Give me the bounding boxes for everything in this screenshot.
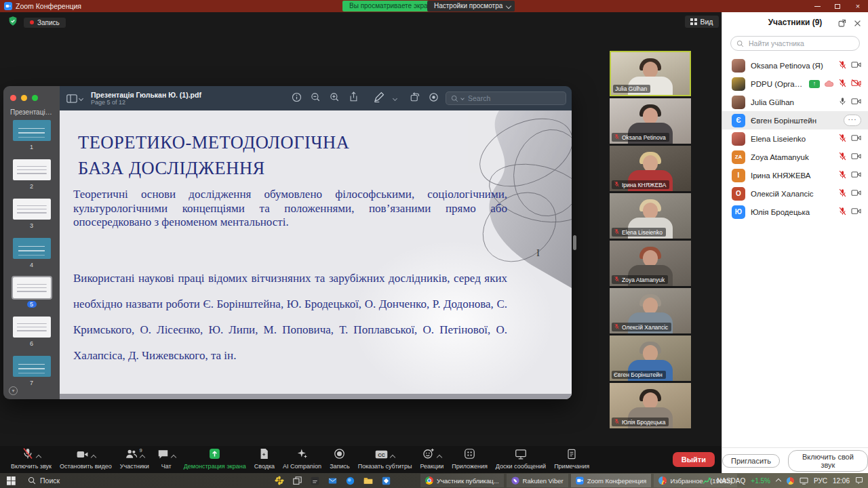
view-settings-button[interactable]: Настройки просмотра [427,1,515,12]
tray-expand-icon[interactable] [776,479,781,484]
dark-app-icon[interactable] [311,476,319,485]
popout-icon[interactable] [838,18,846,30]
muted-mic-icon[interactable] [838,60,847,72]
participant-row[interactable]: О Олексій Халапсіс [722,184,868,203]
browser-tray-icon[interactable] [787,477,794,485]
video-tile[interactable]: Elena Liseienko [610,193,691,239]
taskbar-search[interactable]: Поиск [28,476,109,485]
chevron-up-icon[interactable] [170,455,176,460]
minimize-window-icon[interactable] [21,95,27,101]
participant-row[interactable]: І Ірина КНЯЖЕВА [722,166,868,184]
blue-app-icon[interactable] [346,476,355,485]
camera-icon[interactable] [851,188,861,200]
chevron-up-icon[interactable] [91,455,96,460]
pdf-search-box[interactable] [446,92,566,105]
muted-mic-icon[interactable] [838,188,847,200]
notes-button[interactable]: Примечания [550,449,593,470]
participants-button[interactable]: 9 Участники [116,449,153,470]
zoom-window-icon[interactable] [32,95,38,101]
minimize-button[interactable] [807,0,827,12]
chevron-up-icon[interactable] [139,455,144,460]
summary-button[interactable]: Сводка [250,449,279,470]
fill-color-icon[interactable] [429,92,439,105]
participant-row[interactable]: Ю Юлія Бродецька [722,203,868,221]
close-button[interactable]: × [848,0,868,12]
zoom-in-icon[interactable] [330,92,340,105]
markup-pen-icon[interactable] [373,92,384,106]
camera-icon[interactable] [851,206,861,218]
camera-off-icon[interactable] [851,78,861,90]
view-button[interactable]: Вид [685,16,719,28]
participant-row[interactable]: Є Євген Борінштейн ··· [722,111,868,129]
camera-icon[interactable] [851,169,861,182]
video-tile[interactable]: Олексій Халапсіс [610,288,691,333]
apps-button[interactable]: Приложения [448,449,492,470]
language-indicator[interactable]: РУС [814,477,827,485]
more-options-button[interactable]: ··· [844,115,861,126]
pdf-page-thumbnail[interactable]: 1 [13,120,51,150]
video-tile[interactable]: Євген Борінштейн [610,336,691,381]
record-button[interactable]: Запись [326,449,354,470]
video-tile[interactable]: Ірина КНЯЖЕВА [610,146,691,191]
share-screen-button[interactable]: Демонстрация экрана [180,449,250,470]
sidebar-toggle-button[interactable] [66,94,83,103]
taskbar-task-button[interactable]: Zoom Конференция [571,474,652,487]
chevron-up-icon[interactable] [437,455,442,460]
rotate-icon[interactable] [410,92,420,105]
invite-button[interactable]: Пригласить [722,454,780,468]
recording-badge[interactable]: Запись [24,18,66,28]
unmute-self-button[interactable]: Включить свой звук [788,450,868,472]
chat-button[interactable]: Чат [153,449,180,470]
muted-mic-icon[interactable] [838,206,847,218]
participant-row[interactable]: Oksana Petinova (Я) [722,56,868,75]
leave-button[interactable]: Выйти [673,452,715,467]
unmute-button[interactable]: Включить звук [7,449,56,470]
scrollbar-thumb[interactable] [573,235,576,250]
pdf-search-input[interactable] [467,94,541,103]
chevron-down-icon[interactable] [393,96,397,100]
participant-row[interactable]: ZA Zoya Atamanyuk [722,148,868,166]
explorer-icon[interactable] [363,476,373,485]
start-button[interactable] [0,476,22,485]
mail-app-icon[interactable] [328,476,337,485]
whiteboards-button[interactable]: Доски сообщений [492,449,550,470]
video-tile[interactable]: Julia Gülhan [610,51,691,96]
ai-companion-button[interactable]: AI Companion [279,449,326,470]
video-tile[interactable]: Oksana Petinova [610,98,691,144]
maximize-button[interactable] [827,0,848,12]
camera-icon[interactable] [851,151,861,163]
zoom-out-icon[interactable] [311,92,321,105]
video-tile[interactable]: Zoya Atamanyuk [610,241,691,286]
muted-mic-icon[interactable] [838,78,847,90]
pdf-page-thumbnail[interactable]: 7 [13,356,51,386]
muted-mic-icon[interactable] [838,169,847,182]
reactions-button[interactable]: Реакции [416,449,448,470]
task-view-icon[interactable] [293,476,302,485]
camera-icon[interactable] [851,96,861,108]
close-panel-icon[interactable] [854,18,861,30]
chevron-up-icon[interactable] [390,455,395,460]
info-icon[interactable] [292,92,302,105]
participant-search-input[interactable] [747,39,854,48]
muted-mic-icon[interactable] [838,151,847,163]
stop-video-button[interactable]: Остановить видео [56,449,116,470]
sidebar-footer-icon[interactable]: ▾ [9,386,18,395]
taskbar-task-button[interactable]: Участник публикац... [420,474,504,487]
camera-icon[interactable] [851,133,861,145]
mic-icon[interactable] [838,96,847,108]
pdf-page-thumbnail[interactable]: 3 [13,199,51,229]
camera-icon[interactable] [851,60,861,72]
video-tile[interactable]: Юлія Бродецька [610,383,691,428]
pdf-page-thumbnail[interactable]: 4 [13,238,51,268]
participant-row[interactable]: PDPU (Организатор) ↑ [722,75,868,93]
share-export-icon[interactable] [349,92,359,105]
action-center-icon[interactable] [855,476,863,485]
pdf-page-thumbnail[interactable]: 6 [13,317,51,347]
muted-mic-icon[interactable] [838,133,847,145]
pdf-page-thumbnail[interactable]: 2 [13,159,51,190]
chevron-up-icon[interactable] [36,455,41,460]
pdf-page-thumbnail[interactable]: 5 [13,277,51,308]
participant-row[interactable]: Julia Gülhan [722,93,868,111]
flower-icon[interactable] [275,476,284,485]
security-shield-icon[interactable] [7,16,18,29]
